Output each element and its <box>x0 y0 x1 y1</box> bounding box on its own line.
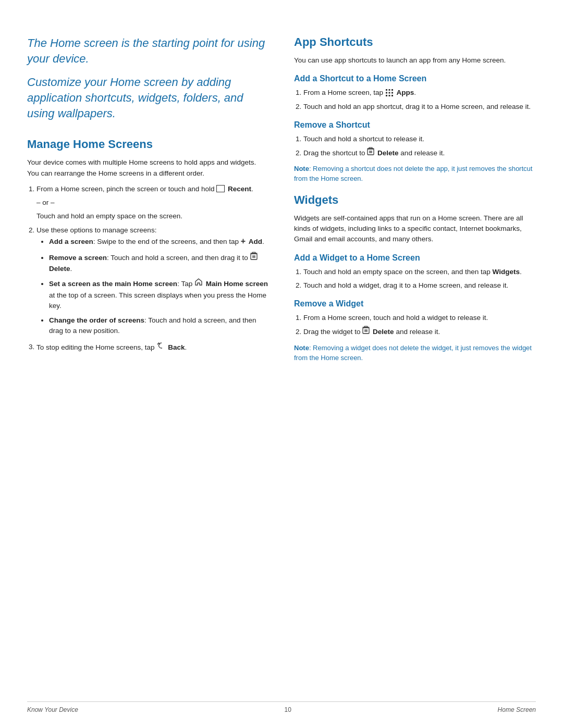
remove-widget-steps: From a Home screen, touch and hold a wid… <box>303 313 536 338</box>
footer-center: 10 <box>285 706 291 713</box>
delete-icon-1 <box>250 252 258 263</box>
add-icon: + <box>241 235 246 248</box>
footer: Know Your Device 10 Home Screen <box>27 701 536 713</box>
svg-rect-17 <box>369 147 372 149</box>
bullet-add-screen: Add a screen: Swipe to the end of the sc… <box>49 236 269 248</box>
add-shortcut-step-1: From a Home screen, tap <box>303 88 536 98</box>
remove-widget-step-1: From a Home screen, touch and hold a wid… <box>303 313 536 323</box>
svg-rect-14 <box>391 95 393 96</box>
remove-shortcut-heading: Remove a Shortcut <box>294 120 536 130</box>
manage-step-1: From a Home screen, pinch the screen or … <box>36 184 269 222</box>
page: The Home screen is the starting point fo… <box>0 0 563 728</box>
add-widget-heading: Add a Widget to a Home Screen <box>294 253 536 263</box>
widgets-section: Widgets Widgets are self-contained apps … <box>294 193 536 363</box>
widgets-heading: Widgets <box>294 193 536 207</box>
manage-bullets: Add a screen: Swipe to the end of the sc… <box>49 236 269 337</box>
widgets-body: Widgets are self-contained apps that run… <box>294 213 536 245</box>
or-divider: – or – <box>36 198 269 208</box>
add-widget-steps: Touch and hold an empty space on the scr… <box>303 267 536 291</box>
footer-left: Know Your Device <box>27 706 78 713</box>
svg-rect-9 <box>386 92 387 93</box>
manage-steps-list: From a Home screen, pinch the screen or … <box>36 184 269 353</box>
delete-icon-2 <box>367 147 374 158</box>
apps-icon-1 <box>385 89 394 97</box>
remove-shortcut-step-1: Touch and hold a shortcut to release it. <box>303 134 536 144</box>
bullet-remove-screen: Remove a screen: Touch and hold a screen… <box>49 252 269 275</box>
remove-shortcut-steps: Touch and hold a shortcut to release it.… <box>303 134 536 159</box>
add-shortcut-heading: Add a Shortcut to a Home Screen <box>294 74 536 83</box>
svg-rect-12 <box>386 95 387 96</box>
svg-rect-6 <box>386 89 387 91</box>
manage-home-screens-body: Your device comes with multiple Home scr… <box>27 157 269 179</box>
back-icon <box>156 341 165 353</box>
app-shortcuts-section: App Shortcuts You can use app shortcuts … <box>294 35 536 184</box>
app-shortcuts-heading: App Shortcuts <box>294 35 536 49</box>
add-shortcut-step-2: Touch and hold an app shortcut, drag it … <box>303 102 536 112</box>
home-icon <box>194 278 203 289</box>
remove-shortcut-note: Note: Removing a shortcut does not delet… <box>294 164 536 184</box>
svg-rect-11 <box>391 92 393 93</box>
main-columns: The Home screen is the starting point fo… <box>27 35 536 372</box>
bullet-main-screen: Set a screen as the main Home screen: Ta… <box>49 278 269 311</box>
svg-rect-10 <box>388 92 390 93</box>
remove-widget-step-2: Drag the widget to Delete and <box>303 326 536 338</box>
remove-shortcut-step-2: Drag the shortcut to Delete an <box>303 147 536 159</box>
remove-widget-note: Note: Removing a widget does not delete … <box>294 343 536 363</box>
intro-line2: Customize your Home screen by adding app… <box>27 75 269 121</box>
or-step: Touch and hold an empty space on the scr… <box>36 211 269 221</box>
app-shortcuts-body: You can use app shortcuts to launch an a… <box>294 55 536 66</box>
add-shortcut-steps: From a Home screen, tap <box>303 88 536 112</box>
recent-icon <box>216 185 225 192</box>
add-widget-step-2: Touch and hold a widget, drag it to a Ho… <box>303 280 536 291</box>
left-column: The Home screen is the starting point fo… <box>27 35 269 372</box>
svg-rect-23 <box>364 326 368 327</box>
delete-icon-3 <box>362 326 370 337</box>
add-widget-step-1: Touch and hold an empty space on the scr… <box>303 267 536 277</box>
svg-rect-2 <box>252 252 255 253</box>
manage-step-2: Use these options to manage screens: Add… <box>36 225 269 337</box>
svg-rect-13 <box>388 95 390 96</box>
bullet-order-screens: Change the order of screens: Touch and h… <box>49 315 269 337</box>
right-column: App Shortcuts You can use app shortcuts … <box>294 35 536 372</box>
manage-home-screens-section: Manage Home Screens Your device comes wi… <box>27 138 269 353</box>
svg-rect-8 <box>391 89 393 91</box>
intro-line1: The Home screen is the starting point fo… <box>27 35 269 66</box>
footer-right: Home Screen <box>498 706 536 713</box>
remove-widget-heading: Remove a Widget <box>294 299 536 309</box>
svg-rect-7 <box>388 89 390 91</box>
manage-home-screens-heading: Manage Home Screens <box>27 138 269 151</box>
manage-step-3: To stop editing the Home screens, tap Ba… <box>36 342 269 353</box>
